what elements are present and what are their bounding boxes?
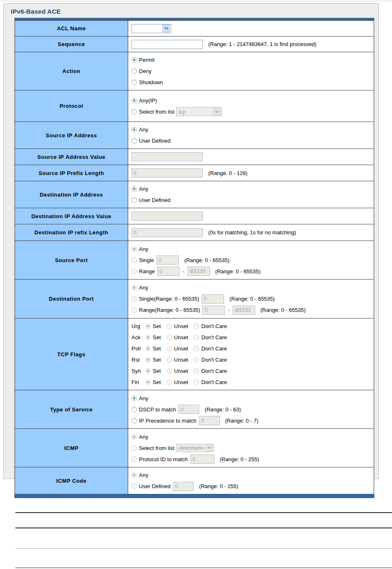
source-port-any-radio (131, 246, 137, 252)
icmp-code-user-radio (131, 484, 137, 489)
sequence-input[interactable] (131, 40, 203, 49)
icmp-list-select: destination (176, 444, 214, 452)
source-prefix-label: Source IP Prefix Length (15, 165, 128, 181)
tos-precedence-radio[interactable] (131, 418, 137, 423)
tos-dscp-input (178, 405, 199, 414)
icmp-code-any-radio (131, 472, 137, 478)
acl-name-select[interactable] (131, 24, 171, 33)
source-port-any-label: Any (139, 246, 148, 252)
fin-dontcare-radio (194, 379, 199, 385)
tcp-flag-fin-name: Fin (131, 379, 145, 385)
ack-set-radio (145, 335, 151, 340)
tcp-flag-rst: Rst Set Unset Don't Care (131, 355, 370, 365)
row-source-port: Source Port Any Single (Range: 0 - 65535… (15, 241, 374, 279)
row-dest-ip: Destination IP Address Any User Defined (15, 181, 374, 208)
dest-ip-any-radio[interactable] (131, 186, 137, 192)
tos-dscp-hint: (Range: 0 - 63) (205, 406, 241, 413)
tcp-flag-syn-name: Syn (131, 368, 145, 374)
row-source-ip-value: Source IP Address Value (15, 148, 374, 165)
tos-label: Type of Service (15, 390, 128, 428)
dest-port-label: Destination Port (15, 280, 128, 318)
ack-unset-radio (167, 335, 172, 340)
doc-rule-4 (15, 567, 392, 568)
dest-port-range-label: Range(Range: 0 - 65535) (139, 307, 200, 313)
source-ip-any-radio[interactable] (131, 127, 137, 132)
chevron-down-icon[interactable] (162, 24, 170, 32)
psh-set-radio (145, 346, 151, 351)
icmp-label: ICMP (15, 429, 128, 467)
row-protocol: Protocol Any(IP) Select from list tcp (15, 90, 374, 122)
chevron-down-icon (213, 108, 221, 116)
tcp-flag-psh-name: Psh (131, 345, 145, 352)
icmp-protocol-id-label: Protocol ID to match (139, 456, 188, 462)
source-ip-user-radio[interactable] (131, 138, 137, 143)
dest-port-any-radio (131, 285, 137, 290)
protocol-select-radio[interactable] (131, 109, 137, 114)
sequence-hint: (Range: 1 - 2147483647, 1 is first proce… (208, 41, 317, 47)
psh-set-label: Set (153, 345, 161, 352)
action-deny-radio[interactable] (131, 68, 137, 74)
tos-any-radio[interactable] (131, 396, 137, 401)
tcp-flag-syn: Syn Set Unset Don't Care (131, 366, 370, 376)
source-prefix-input (131, 168, 203, 178)
row-icmp-code: ICMP Code Any User Defined (Range: 0 - 2… (15, 467, 374, 494)
fin-unset-label: Unset (174, 379, 188, 385)
tos-precedence-input (199, 416, 220, 425)
range-separator: - (228, 307, 229, 313)
syn-dontcare-radio (194, 368, 199, 374)
rst-unset-label: Unset (174, 357, 188, 363)
tcp-flag-psh: Psh Set Unset Don't Care (131, 343, 370, 354)
source-ip-value-input (131, 152, 203, 161)
source-port-range-from-input (157, 267, 180, 276)
tos-dscp-radio[interactable] (131, 407, 137, 412)
syn-unset-label: Unset (174, 368, 188, 374)
tcp-flag-fin: Fin Set Unset Don't Care (131, 377, 370, 387)
rst-dontcare-label: Don't Care (201, 357, 227, 363)
dest-ip-any-label: Any (139, 186, 148, 192)
rst-set-radio (145, 357, 151, 362)
protocol-any-radio[interactable] (131, 98, 137, 103)
source-ip-any-label: Any (139, 126, 148, 133)
row-dest-prefix: Destination IP refix Length (0s for matc… (15, 224, 374, 241)
dest-ip-user-label: User Defined (139, 197, 170, 203)
rst-set-label: Set (153, 357, 161, 363)
dest-port-range-hint: (Range: 0 - 65535) (261, 307, 306, 313)
dest-ip-value-input (131, 212, 203, 221)
doc-rule-2 (15, 528, 392, 528)
dest-ip-user-radio[interactable] (131, 197, 137, 203)
dest-ip-value-label: Destination IP Address Value (15, 208, 128, 224)
source-ip-value-label: Source IP Address Value (15, 149, 128, 165)
urg-dontcare-radio (194, 323, 199, 329)
row-action: Action Permit Deny Shutdown (15, 52, 374, 90)
icmp-list-value: destination (178, 445, 204, 451)
tcp-flag-ack: Ack Set Unset Don't Care (131, 332, 370, 343)
source-port-single-label: Single (139, 257, 154, 263)
dest-prefix-input (131, 228, 203, 237)
protocol-list-select: tcp (176, 107, 222, 116)
tcp-flag-ack-name: Ack (131, 334, 145, 340)
dest-prefix-hint: (0s for matching, 1s for no matching) (208, 229, 296, 236)
dest-port-single-radio (131, 296, 137, 302)
row-icmp: ICMP Any Select from list destination Pr… (15, 428, 374, 467)
tcp-flag-urg: Urg Set Unset Don't Care (131, 321, 370, 331)
sequence-label: Sequence (15, 36, 128, 52)
icmp-protocol-id-hint: (Range: 0 - 255) (220, 456, 259, 462)
fin-unset-radio (167, 379, 172, 385)
range-separator: - (183, 268, 184, 275)
row-acl-name: ACL Name (15, 20, 374, 36)
rst-unset-radio (167, 357, 172, 362)
source-port-single-hint: (Range: 0 - 65535) (184, 257, 229, 263)
dest-prefix-label: Destination IP refix Length (15, 224, 128, 241)
row-tcp-flags: TCP Flags Urg Set Unset Don't Care Ack S… (15, 318, 374, 390)
syn-set-radio (145, 368, 151, 374)
action-permit-radio[interactable] (131, 57, 137, 63)
source-port-single-radio (131, 258, 137, 263)
fin-set-radio (145, 379, 151, 385)
chevron-down-icon (206, 445, 212, 452)
tos-precedence-hint: (Range: 0 - 7) (225, 418, 258, 424)
source-prefix-hint: (Range: 0 - 128) (208, 170, 248, 176)
syn-unset-radio (167, 368, 172, 374)
row-source-ip: Source IP Address Any User Defined (15, 122, 374, 148)
row-dest-ip-value: Destination IP Address Value (15, 208, 374, 224)
action-shutdown-radio[interactable] (131, 80, 137, 85)
